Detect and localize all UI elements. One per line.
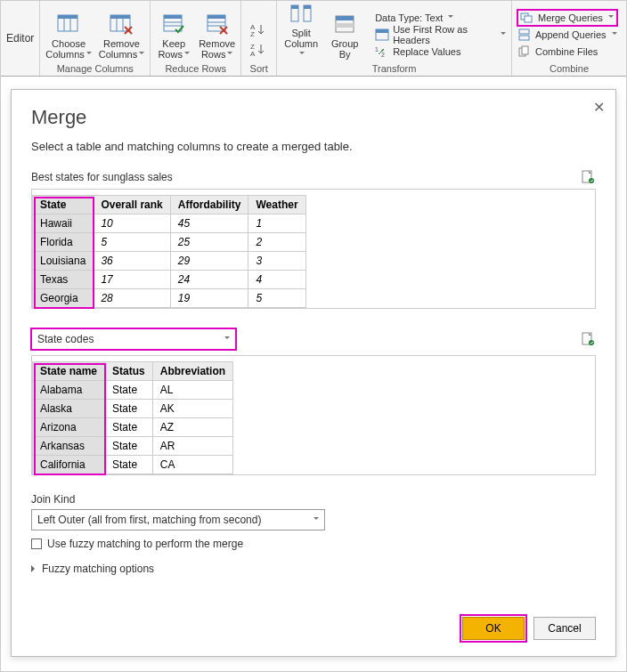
column-header[interactable]: Abbreviation (152, 362, 232, 381)
join-kind-label: Join Kind (31, 493, 596, 506)
table-cell: AK (152, 400, 232, 418)
svg-rect-11 (164, 15, 182, 19)
split-column-label: Split Column (282, 28, 320, 60)
table-cell: 17 (94, 271, 170, 289)
cancel-button[interactable]: Cancel (533, 617, 596, 640)
svg-text:2: 2 (381, 52, 385, 58)
table-cell: CA (152, 456, 232, 474)
table-row[interactable]: AlabamaStateAL (33, 381, 233, 400)
table-row[interactable]: Florida5252 (33, 233, 306, 252)
table-row[interactable]: Georgia28195 (33, 289, 306, 308)
merge-queries-button[interactable]: Merge Queries (517, 10, 617, 26)
choose-columns-icon (54, 10, 83, 38)
table-cell: Arkansas (33, 437, 105, 456)
choose-columns-button[interactable]: Choose Columns (42, 8, 94, 61)
table-cell: Alaska (33, 400, 105, 418)
table-header-icon (375, 28, 389, 42)
table-cell: Alabama (33, 381, 105, 400)
table-cell: 45 (170, 215, 248, 233)
column-header[interactable]: Status (105, 362, 153, 381)
table1-caption: Best states for sunglass sales (31, 171, 173, 183)
table-cell: Florida (33, 233, 94, 252)
merge-dialog: ✕ Merge Select a table and matching colu… (11, 89, 616, 657)
table-cell: 3 (248, 252, 305, 271)
remove-columns-button[interactable]: Remove Columns (95, 8, 148, 61)
ribbon: Editor Choose Columns Remove Columns Man… (1, 1, 626, 77)
svg-rect-15 (208, 15, 225, 19)
choose-columns-label: Choose Columns (45, 38, 91, 60)
checkbox-icon (31, 538, 42, 549)
keep-rows-icon (159, 10, 188, 38)
table-row[interactable]: CaliforniaStateCA (33, 456, 233, 474)
table-row[interactable]: ArkansasStateAR (33, 437, 233, 456)
table-cell: State (105, 456, 153, 474)
svg-point-44 (589, 178, 594, 183)
table-row[interactable]: Texas17244 (33, 271, 306, 289)
remove-rows-label: Remove Rows (199, 38, 235, 60)
close-button[interactable]: ✕ (593, 99, 605, 116)
table2-preview[interactable]: State nameStatusAbbreviationAlabamaState… (31, 355, 596, 475)
column-header[interactable]: Overall rank (94, 196, 170, 215)
second-table-select[interactable]: State codes (31, 328, 236, 350)
remove-columns-icon (107, 10, 135, 38)
svg-rect-38 (519, 29, 529, 34)
table-cell: 19 (170, 289, 248, 308)
group-by-label: Group By (331, 38, 359, 60)
table-cell: State (105, 400, 153, 418)
group-by-icon (330, 10, 359, 38)
table-cell: 5 (248, 289, 305, 308)
ok-button[interactable]: OK (462, 617, 525, 640)
replace-values-label: Replace Values (393, 46, 460, 57)
column-header[interactable]: Affordability (170, 196, 248, 215)
column-header[interactable]: Weather (248, 196, 305, 215)
fuzzy-options-expander[interactable]: Fuzzy matching options (31, 563, 596, 575)
table-row[interactable]: ArizonaStateAZ (33, 418, 233, 437)
split-column-icon (287, 0, 315, 28)
replace-icon: 12 (375, 45, 389, 59)
editor-tab-label: Editor (1, 1, 40, 76)
fuzzy-matching-label: Use fuzzy matching to perform the merge (47, 538, 243, 550)
use-first-row-button[interactable]: Use First Row as Headers (375, 27, 506, 43)
table-cell: AZ (152, 418, 232, 437)
refresh-preview-icon[interactable] (580, 169, 596, 185)
ribbon-group-sort: AZ ZA Sort (241, 1, 277, 76)
table-cell: 25 (170, 233, 248, 252)
combine-files-button[interactable]: Combine Files (517, 44, 617, 60)
table-cell: California (33, 456, 105, 474)
table-cell: Georgia (33, 289, 94, 308)
remove-rows-button[interactable]: Remove Rows (195, 8, 239, 61)
table-cell: State (105, 418, 153, 437)
table-cell: 29 (170, 252, 248, 271)
sort-asc-button[interactable]: AZ (250, 22, 268, 38)
table-cell: 36 (94, 252, 170, 271)
data-type-label: Data Type: Text (375, 12, 443, 23)
table-row[interactable]: AlaskaStateAK (33, 400, 233, 418)
refresh-preview-icon-2[interactable] (580, 331, 596, 347)
sort-asc-icon: AZ (250, 22, 268, 38)
fuzzy-matching-checkbox[interactable]: Use fuzzy matching to perform the merge (31, 538, 596, 550)
use-first-row-label: Use First Row as Headers (393, 24, 495, 45)
dialog-title: Merge (31, 106, 596, 129)
join-kind-select[interactable]: Left Outer (all from first, matching fro… (31, 509, 325, 530)
group-by-button[interactable]: Group By (323, 8, 366, 61)
cancel-label: Cancel (548, 622, 581, 635)
transform-group-label: Transform (372, 61, 417, 76)
column-header[interactable]: State (33, 196, 94, 215)
table-row[interactable]: Louisiana36293 (33, 252, 306, 271)
sort-desc-button[interactable]: ZA (250, 42, 268, 58)
table-cell: 10 (94, 215, 170, 233)
second-table-select-value: State codes (37, 333, 94, 345)
append-queries-button[interactable]: Append Queries (517, 27, 617, 43)
table-row[interactable]: Hawaii10451 (33, 215, 306, 233)
split-column-button[interactable]: Split Column (279, 0, 323, 61)
keep-rows-button[interactable]: Keep Rows (152, 8, 195, 61)
replace-values-button[interactable]: 12 Replace Values (375, 44, 506, 60)
reduce-rows-group-label: Reduce Rows (165, 61, 225, 76)
table-cell: Louisiana (33, 252, 94, 271)
ribbon-group-combine: Merge Queries Append Queries Combine Fil… (512, 1, 626, 76)
column-header[interactable]: State name (33, 362, 105, 381)
ok-label: OK (485, 622, 501, 635)
dialog-subtitle: Select a table and matching columns to c… (31, 140, 596, 153)
table1-preview[interactable]: StateOverall rankAffordabilityWeatherHaw… (31, 189, 596, 309)
table-cell: AL (152, 381, 232, 400)
